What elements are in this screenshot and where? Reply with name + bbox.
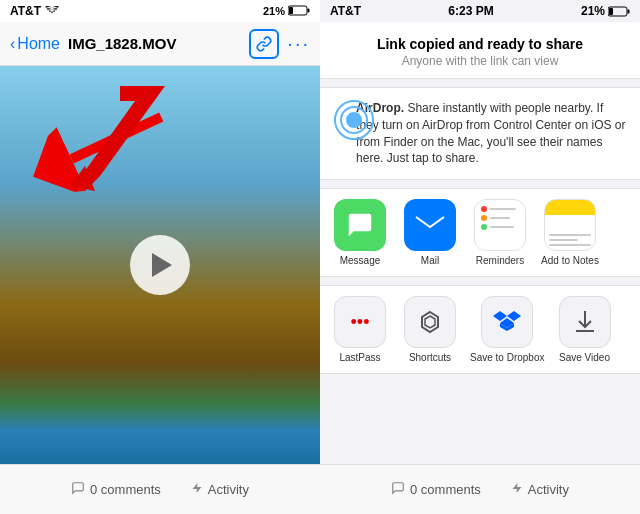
svg-rect-2 (289, 7, 293, 14)
action-save-video[interactable]: Save Video (555, 296, 615, 363)
activity-label-right: Activity (528, 482, 569, 497)
svg-marker-7 (192, 483, 201, 493)
comment-icon-right (391, 481, 405, 498)
comments-label: 0 comments (90, 482, 161, 497)
time-right: 6:23 PM (448, 4, 493, 18)
activity-item-right: Activity (511, 481, 569, 498)
dropbox-label: Save to Dropbox (470, 352, 545, 363)
activity-label: Activity (208, 482, 249, 497)
svg-rect-9 (628, 9, 630, 13)
share-sheet: Link copied and ready to share Anyone wi… (320, 22, 640, 514)
airdrop-icon (334, 100, 346, 140)
play-button[interactable] (130, 235, 190, 295)
lightning-icon-right (511, 481, 523, 498)
app-notes[interactable]: Add to Notes (540, 199, 600, 266)
app-message[interactable]: Message (330, 199, 390, 266)
battery-percent-right: 21% (581, 4, 605, 18)
back-label: Home (17, 35, 60, 53)
save-video-icon (559, 296, 611, 348)
video-area[interactable] (0, 66, 320, 464)
mail-label: Mail (421, 255, 439, 266)
reminders-label: Reminders (476, 255, 524, 266)
app-mail[interactable]: Mail (400, 199, 460, 266)
airdrop-description: AirDrop. AirDrop. Share instantly with p… (356, 100, 626, 167)
message-icon (334, 199, 386, 251)
file-title: IMG_1828.MOV (68, 35, 241, 52)
share-subtitle: Anyone with the link can view (336, 54, 624, 68)
wifi-icon (45, 4, 59, 18)
battery-icon-left (288, 5, 310, 18)
back-button[interactable]: ‹ Home (10, 35, 60, 53)
status-right-items-left: 21% (263, 5, 310, 18)
battery-right: 21% (581, 4, 630, 18)
lastpass-icon: ••• (334, 296, 386, 348)
lightning-icon (191, 481, 203, 498)
share-title: Link copied and ready to share (336, 36, 624, 52)
red-arrow-icon (40, 76, 170, 206)
comments-label-right: 0 comments (410, 482, 481, 497)
svg-marker-5 (85, 86, 165, 186)
shortcuts-icon (404, 296, 456, 348)
actions-row: ••• LastPass Shortcuts (320, 285, 640, 374)
status-bar-right: AT&T 6:23 PM 21% (320, 0, 640, 22)
status-left-items: AT&T (10, 4, 59, 18)
message-label: Message (340, 255, 381, 266)
save-video-label: Save Video (559, 352, 610, 363)
mail-icon (404, 199, 456, 251)
carrier-right: AT&T (330, 4, 361, 18)
shortcuts-label: Shortcuts (409, 352, 451, 363)
footer-right: 0 comments Activity (320, 464, 640, 514)
footer-left: 0 comments Activity (0, 464, 320, 514)
carrier-left: AT&T (10, 4, 41, 18)
notes-label: Add to Notes (541, 255, 599, 266)
svg-marker-14 (512, 483, 521, 493)
svg-rect-11 (414, 213, 446, 237)
chevron-left-icon: ‹ (10, 35, 15, 53)
link-button[interactable] (249, 29, 279, 59)
status-bar-left: AT&T 21% (0, 0, 320, 22)
battery-percent-left: 21% (263, 5, 285, 17)
reminders-icon (474, 199, 526, 251)
apps-row: Message Mail (320, 188, 640, 277)
comment-icon (71, 481, 85, 498)
lastpass-label: LastPass (339, 352, 380, 363)
comments-item: 0 comments (71, 481, 161, 498)
app-reminders[interactable]: Reminders (470, 199, 530, 266)
dropbox-icon (481, 296, 533, 348)
nav-bar-left: ‹ Home IMG_1828.MOV ··· (0, 22, 320, 66)
left-panel: AT&T 21% ‹ (0, 0, 320, 514)
action-lastpass[interactable]: ••• LastPass (330, 296, 390, 363)
action-shortcuts[interactable]: Shortcuts (400, 296, 460, 363)
airdrop-section[interactable]: AirDrop. AirDrop. Share instantly with p… (320, 87, 640, 180)
svg-rect-1 (308, 8, 310, 12)
activity-item: Activity (191, 481, 249, 498)
right-panel: AT&T 6:23 PM 21% Link copied and ready t… (320, 0, 640, 514)
comments-item-right: 0 comments (391, 481, 481, 498)
svg-rect-10 (609, 8, 613, 15)
action-dropbox[interactable]: Save to Dropbox (470, 296, 545, 363)
notes-icon (544, 199, 596, 251)
battery-icon-right (608, 6, 630, 17)
more-button[interactable]: ··· (287, 32, 310, 55)
share-header: Link copied and ready to share Anyone wi… (320, 22, 640, 79)
